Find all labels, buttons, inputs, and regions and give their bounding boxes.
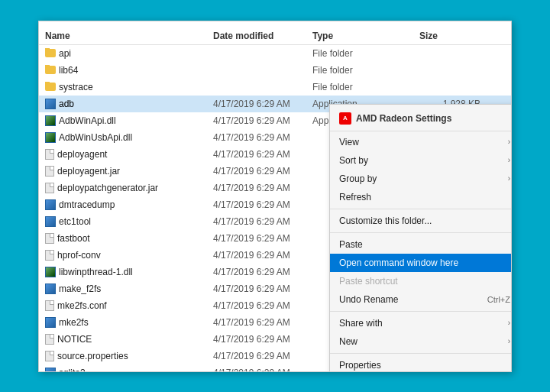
ctx-item-label: Open command window here bbox=[339, 258, 458, 268]
ctx-item-label: Group by bbox=[339, 173, 377, 184]
dll-icon bbox=[45, 132, 56, 143]
ctx-header-label: AMD Radeon Settings bbox=[356, 113, 451, 124]
file-icon bbox=[45, 233, 54, 244]
ctx-menu-item[interactable]: Refresh bbox=[330, 188, 512, 206]
file-date: 4/17/2019 6:29 AM bbox=[213, 267, 312, 277]
file-icon bbox=[45, 334, 54, 345]
folder-icon bbox=[45, 83, 56, 91]
context-menu: A AMD Radeon Settings View›Sort by›Group… bbox=[329, 104, 512, 372]
table-row[interactable]: lib64 File folder bbox=[39, 62, 511, 79]
exe-icon bbox=[45, 368, 56, 372]
file-date: 4/17/2019 6:29 AM bbox=[213, 132, 312, 143]
amd-icon: A bbox=[339, 112, 351, 125]
file-name: hprof-conv bbox=[45, 250, 213, 261]
file-type: File folder bbox=[312, 65, 419, 76]
submenu-arrow-icon: › bbox=[508, 319, 510, 327]
table-row[interactable]: systrace File folder bbox=[39, 79, 511, 96]
exe-icon bbox=[45, 283, 56, 294]
file-date: 4/17/2019 6:29 AM bbox=[213, 115, 312, 126]
submenu-arrow-icon: › bbox=[508, 138, 510, 146]
exe-icon bbox=[45, 317, 56, 328]
ctx-item-label: Undo Rename bbox=[339, 294, 398, 305]
col-header-name[interactable]: Name bbox=[45, 31, 213, 41]
file-date: 4/17/2019 6:29 AM bbox=[213, 317, 312, 328]
file-icon bbox=[45, 149, 54, 160]
ctx-item-label: Sort by bbox=[339, 155, 368, 166]
file-date: 4/17/2019 6:29 AM bbox=[213, 300, 312, 311]
ctx-menu-item[interactable]: Open command window here bbox=[330, 254, 512, 272]
ctx-menu-item[interactable]: Properties bbox=[330, 356, 512, 372]
dll-icon bbox=[45, 267, 56, 277]
ctx-divider bbox=[330, 353, 512, 354]
file-name: libwinpthread-1.dll bbox=[45, 267, 213, 277]
submenu-arrow-icon: › bbox=[508, 337, 510, 345]
ctx-menu-item[interactable]: Group by› bbox=[330, 170, 512, 188]
file-type: File folder bbox=[312, 48, 419, 59]
ctx-item-label: Refresh bbox=[339, 192, 371, 202]
file-date: 4/17/2019 6:29 AM bbox=[213, 199, 312, 210]
file-date: 4/17/2019 6:29 AM bbox=[213, 183, 312, 193]
ctx-menu-item: Paste shortcut bbox=[330, 272, 512, 290]
file-type: File folder bbox=[312, 82, 419, 92]
file-name: systrace bbox=[45, 82, 213, 92]
col-header-date[interactable]: Date modified bbox=[213, 31, 312, 41]
ctx-item-label: New bbox=[339, 336, 358, 347]
file-name: mke2fs bbox=[45, 317, 213, 328]
ctx-item-label: View bbox=[339, 137, 359, 147]
file-name: adb bbox=[45, 99, 213, 109]
ctx-divider bbox=[330, 232, 512, 233]
file-date: 4/17/2019 6:29 AM bbox=[213, 250, 312, 261]
ctx-item-label: Customize this folder... bbox=[339, 215, 432, 226]
ctx-menu-item[interactable]: Sort by› bbox=[330, 151, 512, 170]
ctx-item-label: Properties bbox=[339, 360, 381, 371]
col-header-size[interactable]: Size bbox=[419, 31, 480, 41]
ctx-menu-item[interactable]: Customize this folder... bbox=[330, 212, 512, 230]
exe-icon bbox=[45, 216, 56, 227]
file-explorer-window: Name Date modified Type Size api File fo… bbox=[38, 21, 512, 372]
file-name: source.properties bbox=[45, 351, 213, 361]
folder-icon bbox=[45, 49, 56, 57]
ctx-item-label: Paste bbox=[339, 239, 363, 250]
shortcut-label: Ctrl+Z bbox=[487, 295, 510, 304]
file-name: fastboot bbox=[45, 233, 213, 244]
ctx-menu-item[interactable]: New› bbox=[330, 332, 512, 351]
file-name: deployagent bbox=[45, 149, 213, 160]
file-date: 4/17/2019 6:29 AM bbox=[213, 334, 312, 345]
file-date: 4/17/2019 6:29 AM bbox=[213, 283, 312, 294]
table-row[interactable]: api File folder bbox=[39, 45, 511, 62]
folder-icon bbox=[45, 66, 56, 74]
file-name: deploypatchgenerator.jar bbox=[45, 183, 213, 193]
file-name: dmtracedump bbox=[45, 199, 213, 210]
ctx-menu-item[interactable]: Share with› bbox=[330, 314, 512, 332]
file-name: deployagent.jar bbox=[45, 166, 213, 177]
exe-icon bbox=[45, 99, 56, 109]
file-date: 4/17/2019 6:29 AM bbox=[213, 233, 312, 244]
ctx-divider bbox=[330, 311, 512, 312]
file-name: AdbWinApi.dll bbox=[45, 115, 213, 126]
file-date: 4/17/2019 6:29 AM bbox=[213, 149, 312, 160]
file-name: make_f2fs bbox=[45, 283, 213, 294]
file-icon bbox=[45, 166, 54, 177]
file-icon bbox=[45, 250, 54, 261]
column-headers: Name Date modified Type Size bbox=[39, 28, 511, 45]
file-date: 4/17/2019 6:29 AM bbox=[213, 351, 312, 361]
col-header-type[interactable]: Type bbox=[312, 31, 419, 41]
file-name: AdbWinUsbApi.dll bbox=[45, 132, 213, 143]
exe-icon bbox=[45, 199, 56, 210]
file-name: lib64 bbox=[45, 65, 213, 76]
file-date: 4/17/2019 6:29 AM bbox=[213, 166, 312, 177]
file-name: NOTICE bbox=[45, 334, 213, 345]
ctx-menu-header: A AMD Radeon Settings bbox=[330, 108, 512, 131]
ctx-menu-item[interactable]: Paste bbox=[330, 235, 512, 254]
file-date: 4/17/2019 6:29 AM bbox=[213, 216, 312, 227]
submenu-arrow-icon: › bbox=[508, 174, 510, 183]
file-icon bbox=[45, 183, 54, 193]
ctx-menu-item[interactable]: Undo RenameCtrl+Z bbox=[330, 290, 512, 309]
ctx-menu-item[interactable]: View› bbox=[330, 133, 512, 151]
file-name: api bbox=[45, 48, 213, 59]
submenu-arrow-icon: › bbox=[508, 156, 510, 164]
dll-icon bbox=[45, 115, 56, 126]
file-name: etc1tool bbox=[45, 216, 213, 227]
file-name: sqlite3 bbox=[45, 368, 213, 372]
ctx-items: View›Sort by›Group by›RefreshCustomize t… bbox=[330, 133, 512, 372]
